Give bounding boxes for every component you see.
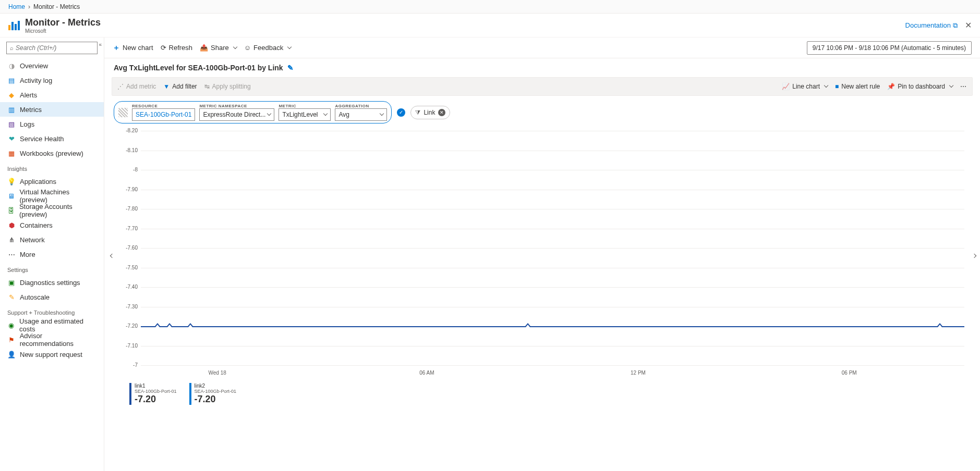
refresh-button[interactable]: ⟳Refresh xyxy=(161,44,193,52)
sidebar-item-storage-accounts-preview-[interactable]: 🗄Storage Accounts (preview) xyxy=(0,203,104,218)
sidebar-item-workbooks-preview-[interactable]: ▦Workbooks (preview) xyxy=(0,146,104,160)
metric-label: METRIC xyxy=(279,104,331,108)
sidebar-item-virtual-machines-preview-[interactable]: 🖥Virtual Machines (preview) xyxy=(0,189,104,203)
sidebar-item-containers[interactable]: ⬢Containers xyxy=(0,218,104,232)
autoscale-icon: ✎ xyxy=(7,293,16,301)
sidebar-item-label: Network xyxy=(20,236,45,244)
sidebar-item-applications[interactable]: 💡Applications xyxy=(0,174,104,189)
smile-icon: ☺ xyxy=(244,44,251,52)
breadcrumb-home[interactable]: Home xyxy=(8,3,25,10)
namespace-select[interactable]: ExpressRoute Direct... xyxy=(199,108,274,121)
sidebar-item-autoscale[interactable]: ✎Autoscale xyxy=(0,290,104,304)
y-tick-label: -7.20 xyxy=(120,323,138,329)
sidebar-item-overview[interactable]: ◑Overview xyxy=(0,58,104,73)
resource-label: RESOURCE xyxy=(132,104,195,108)
sidebar-item-alerts[interactable]: ◆Alerts xyxy=(0,88,104,102)
pin-icon: 📌 xyxy=(887,83,895,90)
aggregation-label: AGGREGATION xyxy=(335,104,387,108)
sidebar-item-label: Logs xyxy=(20,120,34,128)
sidebar-item-new-support-request[interactable]: 👤New support request xyxy=(0,347,104,362)
sidebar-item-metrics[interactable]: ▥Metrics xyxy=(0,102,104,117)
sidebar-item-network[interactable]: ⋔Network xyxy=(0,232,104,247)
add-filter-button[interactable]: ▼Add filter xyxy=(163,83,197,90)
legend-entry-link1[interactable]: link1 SEA-100Gb-Port-01 -7.20 xyxy=(129,383,177,405)
add-metric-button[interactable]: ⋰Add metric xyxy=(117,83,156,90)
sidebar-item-label: Storage Accounts (preview) xyxy=(19,203,96,218)
sidebar-item-label: Diagnostics settings xyxy=(20,279,80,287)
sidebar-item-advisor-recommendations[interactable]: ⚑Advisor recommendations xyxy=(0,332,104,347)
legend-entry-link2[interactable]: link2 SEA-100Gb-Port-01 -7.20 xyxy=(189,383,237,405)
service-health-icon: ❤ xyxy=(7,135,16,143)
sidebar-item-logs[interactable]: ▧Logs xyxy=(0,117,104,131)
apply-splitting-button[interactable]: ↹Apply splitting xyxy=(204,83,251,90)
applications-icon: 💡 xyxy=(7,178,16,185)
sidebar-item-label: Containers xyxy=(20,221,53,229)
sidebar-item-activity-log[interactable]: ▤Activity log xyxy=(0,73,104,88)
chart-type-button[interactable]: 📈Line chart xyxy=(782,83,828,90)
new-alert-button[interactable]: ■New alert rule xyxy=(835,83,880,90)
pin-dashboard-button[interactable]: 📌Pin to dashboard xyxy=(887,83,953,90)
sidebar-item-more[interactable]: ⋯More xyxy=(0,247,104,262)
logs-icon: ▧ xyxy=(7,120,16,128)
chevron-down-icon xyxy=(380,111,384,116)
chevron-down-icon xyxy=(323,111,328,116)
more-button[interactable]: ⋯ xyxy=(960,83,967,90)
storage-accounts-preview--icon: 🗄 xyxy=(7,207,15,215)
close-button[interactable]: ✕ xyxy=(965,20,972,30)
sidebar-item-label: Activity log xyxy=(20,77,52,84)
sidebar-group-support: Support + Troubleshooting xyxy=(0,304,104,318)
aggregation-select[interactable]: Avg xyxy=(335,108,387,121)
y-tick-label: -7 xyxy=(120,362,138,368)
sidebar-item-label: Workbooks (preview) xyxy=(20,150,83,157)
chart-page-right[interactable] xyxy=(971,251,976,261)
y-tick-label: -7.10 xyxy=(120,343,138,349)
filter-icon: ⧩ xyxy=(415,109,420,116)
edit-icon[interactable]: ✎ xyxy=(287,64,294,72)
sidebar-item-label: Advisor recommendations xyxy=(20,332,96,348)
chart-page-left[interactable] xyxy=(108,251,114,261)
collapse-sidebar-button[interactable]: « xyxy=(99,42,102,47)
refresh-icon: ⟳ xyxy=(161,44,166,52)
feedback-button[interactable]: ☺Feedback xyxy=(244,44,291,52)
containers-icon: ⬢ xyxy=(7,221,16,229)
time-range-picker[interactable]: 9/17 10:06 PM - 9/18 10:06 PM (Automatic… xyxy=(807,41,972,55)
search-icon: ⌕ xyxy=(10,45,14,51)
data-marker xyxy=(167,323,172,326)
chart-title-row: Avg TxLightLevel for SEA-100Gb-Port-01 b… xyxy=(104,58,980,77)
sidebar-item-usage-and-estimated-costs[interactable]: ◉Usage and estimated costs xyxy=(0,318,104,332)
sidebar-item-service-health[interactable]: ❤Service Health xyxy=(0,131,104,146)
sidebar-item-label: New support request xyxy=(20,351,82,358)
plus-icon: ＋ xyxy=(113,43,120,53)
diagnostics-settings-icon: ▣ xyxy=(7,279,16,287)
line-chart-icon: 📈 xyxy=(782,83,790,90)
chart-toolbar: ⋰Add metric ▼Add filter ↹Apply splitting… xyxy=(112,77,973,96)
split-icon: ↹ xyxy=(204,83,210,90)
remove-filter-icon[interactable]: ✕ xyxy=(438,109,445,116)
main-content: ＋New chart ⟳Refresh 📤Share ☺Feedback 9/1… xyxy=(104,38,980,471)
sidebar-group-insights: Insights xyxy=(0,160,104,174)
chevron-down-icon xyxy=(287,44,292,48)
metric-select[interactable]: TxLightLevel xyxy=(279,108,331,121)
data-marker xyxy=(155,323,160,326)
sidebar-item-label: Overview xyxy=(20,62,48,70)
metrics-icon: ▥ xyxy=(7,106,16,114)
virtual-machines-preview--icon: 🖥 xyxy=(7,192,15,200)
search-input[interactable] xyxy=(16,44,94,52)
search-box[interactable]: ⌕ xyxy=(6,42,98,54)
alerts-icon: ◆ xyxy=(7,91,16,99)
page-title: Monitor - Metrics xyxy=(25,17,101,28)
y-tick-label: -7.60 xyxy=(120,245,138,251)
documentation-link[interactable]: Documentation ⧉ xyxy=(905,21,958,30)
x-tick-label: 12 PM xyxy=(631,370,646,376)
sidebar-item-diagnostics-settings[interactable]: ▣Diagnostics settings xyxy=(0,275,104,290)
page-subtitle: Microsoft xyxy=(25,28,101,34)
chevron-left-icon xyxy=(110,254,114,258)
x-tick-label: 06 PM xyxy=(842,370,857,376)
y-tick-label: -8.10 xyxy=(120,147,138,153)
share-button[interactable]: 📤Share xyxy=(200,44,237,52)
resource-select[interactable]: SEA-100Gb-Port-01 xyxy=(132,108,195,121)
chart-area: -8.20-8.10-8-7.90-7.80-7.70-7.60-7.50-7.… xyxy=(120,131,964,381)
y-tick-label: -7.30 xyxy=(120,304,138,309)
new-chart-button[interactable]: ＋New chart xyxy=(113,43,153,53)
filter-pill-link[interactable]: ⧩ Link ✕ xyxy=(410,106,450,119)
